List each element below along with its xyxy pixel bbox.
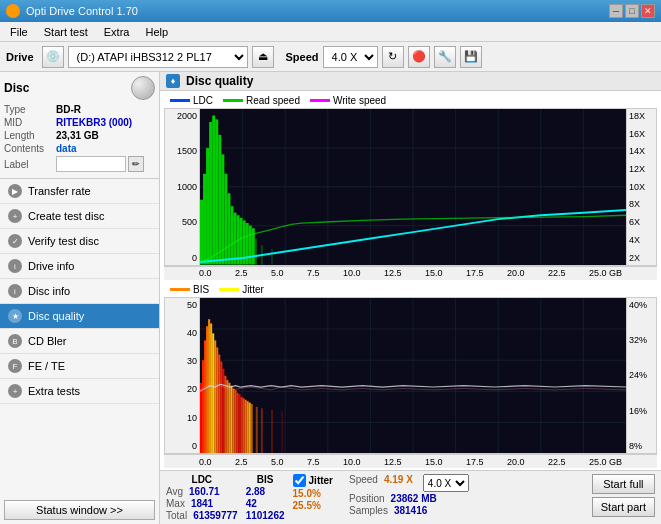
sidebar-item-disc-info[interactable]: i Disc info [0,279,159,304]
bis-stats: BIS 2.88 42 1101262 [246,474,285,521]
avg-label: Avg [166,486,183,497]
verify-test-disc-icon: ✓ [8,234,22,248]
svg-rect-78 [281,411,283,453]
nav-label-extra-tests: Extra tests [28,385,80,397]
chart1-x-axis: 0.0 2.5 5.0 7.5 10.0 12.5 15.0 17.5 20.0… [199,268,622,278]
menu-file[interactable]: File [4,24,34,40]
sidebar-item-disc-quality[interactable]: ★ Disc quality [0,304,159,329]
svg-rect-68 [239,394,241,453]
refresh-button[interactable]: ↻ [382,46,404,68]
svg-rect-51 [204,340,206,453]
samples-label: Samples [349,505,388,516]
sidebar-item-extra-tests[interactable]: + Extra tests [0,379,159,404]
svg-rect-64 [230,385,232,453]
ldc-total: 61359777 [193,510,238,521]
length-value: 23,31 GB [56,130,99,141]
jitter-max: 25.5% [293,500,321,511]
maximize-button[interactable]: □ [625,4,639,18]
svg-rect-50 [202,360,204,453]
svg-rect-18 [212,115,215,264]
ldc-legend-color [170,99,190,102]
sidebar: Disc Type BD-R MID RITEKBR3 (000) Length… [0,72,160,524]
label-label: Label [4,159,56,170]
mid-label: MID [4,117,56,128]
svg-rect-73 [249,402,251,453]
svg-rect-25 [233,213,236,265]
svg-rect-58 [218,354,220,453]
svg-rect-52 [206,326,208,453]
sidebar-item-create-test-disc[interactable]: + Create test disc [0,204,159,229]
drive-icon-btn[interactable]: 💿 [42,46,64,68]
cd-bler-icon: B [8,334,22,348]
label-input[interactable] [56,156,126,172]
nav-label-fe-te: FE / TE [28,360,65,372]
svg-rect-62 [226,379,228,453]
start-part-button[interactable]: Start part [592,497,655,517]
nav-label-disc-quality: Disc quality [28,310,84,322]
burn-button[interactable]: 🔴 [408,46,430,68]
contents-value: data [56,143,77,154]
menu-bar: File Start test Extra Help [0,22,661,42]
samples-value: 381416 [394,505,427,516]
drive-select[interactable]: (D:) ATAPI iHBS312 2 PL17 [68,46,248,68]
svg-rect-76 [261,408,263,453]
position-label: Position [349,493,385,504]
sidebar-item-cd-bler[interactable]: B CD Bler [0,329,159,354]
svg-rect-17 [209,122,212,265]
sidebar-item-drive-info[interactable]: i Drive info [0,254,159,279]
settings-button[interactable]: 🔧 [434,46,456,68]
chart-2: 50 40 30 20 10 0 [164,297,657,455]
save-button[interactable]: 💾 [460,46,482,68]
bis-avg: 2.88 [246,486,265,497]
total-label: Total [166,510,187,521]
minimize-button[interactable]: ─ [609,4,623,18]
svg-rect-59 [220,361,222,453]
jitter-header: Jitter [309,475,333,486]
sidebar-item-verify-test-disc[interactable]: ✓ Verify test disc [0,229,159,254]
main-layout: Disc Type BD-R MID RITEKBR3 (000) Length… [0,72,661,524]
nav-label-transfer-rate: Transfer rate [28,185,91,197]
disc-image [131,76,155,100]
ldc-avg: 160.71 [189,486,220,497]
svg-rect-32 [255,239,257,265]
chart2-svg [200,298,626,454]
chart-title: Disc quality [186,74,253,88]
close-button[interactable]: ✕ [641,4,655,18]
speed-select[interactable]: 4.0 X [323,46,378,68]
nav-label-cd-bler: CD Bler [28,335,67,347]
start-full-button[interactable]: Start full [592,474,655,494]
jitter-checkbox[interactable] [293,474,306,487]
sidebar-item-fe-te[interactable]: F FE / TE [0,354,159,379]
menu-start-test[interactable]: Start test [38,24,94,40]
jitter-legend-color [219,288,239,291]
label-edit-button[interactable]: ✏ [128,156,144,172]
chart2-plot [200,298,626,454]
bis-total: 1101262 [246,510,285,521]
bis-legend-label: BIS [193,284,209,295]
menu-help[interactable]: Help [139,24,174,40]
svg-rect-49 [200,382,202,453]
chart2-y-axis-right: 40% 32% 24% 16% 8% [626,298,656,454]
disc-panel: Disc Type BD-R MID RITEKBR3 (000) Length… [0,72,159,179]
drive-info-icon: i [8,259,22,273]
svg-rect-66 [234,389,236,453]
svg-rect-15 [203,174,206,265]
chart1-y-axis-left: 2000 1500 1000 500 0 [165,109,200,265]
contents-label: Contents [4,143,56,154]
write-legend-color [310,99,330,102]
svg-rect-77 [271,409,273,453]
status-window-button[interactable]: Status window >> [4,500,155,520]
jitter-legend-label: Jitter [242,284,264,295]
svg-rect-22 [224,174,227,265]
content-area: ♦ Disc quality LDC Read speed [160,72,661,524]
app-icon [6,4,20,18]
svg-rect-16 [206,148,209,265]
speed-stat-select[interactable]: 4.0 X [423,474,469,492]
extra-tests-icon: + [8,384,22,398]
menu-extra[interactable]: Extra [98,24,136,40]
chart1-svg [200,109,626,265]
chart2-y-axis-left: 50 40 30 20 10 0 [165,298,200,454]
svg-rect-70 [243,398,245,453]
sidebar-item-transfer-rate[interactable]: ▶ Transfer rate [0,179,159,204]
eject-button[interactable]: ⏏ [252,46,274,68]
